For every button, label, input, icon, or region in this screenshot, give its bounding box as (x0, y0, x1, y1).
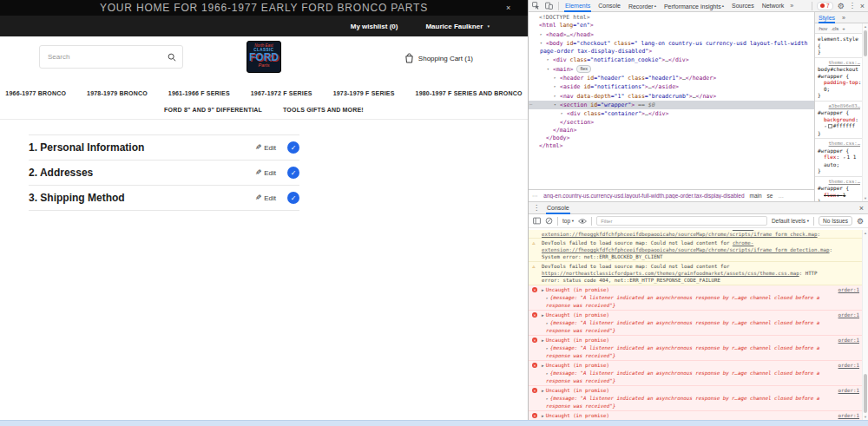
breadcrumb-item[interactable]: main (750, 193, 762, 199)
search-icon[interactable] (168, 53, 176, 62)
stylesheet-link[interactable]: theme.css:… (818, 141, 862, 147)
dom-tree-line[interactable]: </main> (529, 127, 814, 134)
collapse-arrow-icon[interactable]: ▾ (540, 39, 546, 47)
devtools-tab-recorder[interactable]: Recorder▴ (628, 0, 657, 12)
devtools-close-icon[interactable]: × (860, 2, 865, 10)
dom-tree-line[interactable]: ▸<nav data-depth="1" class="breadcrumb">… (529, 92, 814, 101)
dom-tree-line[interactable]: ▸<head>…</head> (529, 30, 814, 39)
devtools-tab-network[interactable]: Network (761, 0, 786, 12)
dom-tree-line[interactable]: <!DOCTYPE html> (529, 14, 814, 22)
nav-item[interactable]: 1973-1979 F SERIES (333, 90, 395, 96)
live-expression-eye-icon[interactable] (578, 218, 587, 225)
styles-scrollbar[interactable]: ▲ ▼ (862, 23, 868, 201)
edit-button[interactable]: ✎Edit (255, 143, 276, 152)
banner-close-icon[interactable]: × (506, 0, 511, 16)
color-swatch-icon[interactable] (828, 124, 832, 128)
dom-tree-line[interactable]: ▾<main>flex (529, 65, 814, 74)
style-property[interactable]: flex: ▸1 1 auto; (818, 154, 862, 167)
devtools-tab-performance-insights[interactable]: Performance insights▴ (663, 0, 725, 12)
store-logo[interactable]: North East CLASSIC FORD Parts (247, 41, 281, 73)
error-source-link[interactable]: order:1 (838, 362, 859, 369)
dom-tree-line[interactable]: </body> (529, 134, 814, 142)
dom-tree-line[interactable]: ▸<aside id="notifications">…</aside> (529, 82, 814, 91)
drawer-close-icon[interactable]: × (859, 204, 864, 213)
issues-button[interactable]: No Issues (819, 216, 852, 226)
style-property[interactable]: flex: 1 (818, 192, 862, 199)
collapse-arrow-icon[interactable]: ▾ (554, 101, 560, 108)
expand-arrow-icon[interactable]: ▸ (554, 74, 560, 82)
kebab-menu-icon[interactable]: ⋮ (849, 2, 856, 10)
shopping-cart-button[interactable]: Shopping Cart (1) (404, 53, 473, 63)
dom-tree-line[interactable]: ▸<div class="container">…</div> (529, 109, 814, 118)
tab-styles[interactable]: Styles (819, 12, 835, 23)
devtools-tab-sources[interactable]: Sources (731, 0, 755, 12)
styles-more-tabs[interactable]: » (842, 15, 845, 21)
styles-filter-chip[interactable]: :hov (818, 26, 827, 31)
edit-button[interactable]: ✎Edit (255, 193, 276, 202)
collapse-arrow-icon[interactable]: ▾ (547, 65, 553, 73)
rule-selector[interactable]: #wrapper { (818, 109, 862, 116)
scroll-down-icon[interactable]: ▼ (863, 196, 868, 200)
rule-selector[interactable]: #wrapper { (818, 185, 862, 192)
nav-item[interactable]: 1967-1972 F SERIES (251, 90, 312, 96)
error-source-link[interactable]: order:1 (838, 311, 859, 318)
expand-arrow-icon[interactable]: ▶ (542, 364, 544, 368)
error-source-link[interactable]: order:1 (838, 387, 859, 394)
expand-arrow-icon[interactable]: ▸ (546, 321, 549, 325)
scrollbar-thumb[interactable] (864, 30, 867, 56)
style-property[interactable]: padding-top: 0; (818, 79, 862, 92)
dom-tree-line[interactable]: ▸<header id="header" class="header1">…</… (529, 74, 814, 82)
source-map-link[interactable]: chrome-extension://fheoggkfdfchfphceeifd… (542, 230, 818, 237)
more-actions-icon[interactable]: ⋯ (529, 101, 532, 108)
stylesheet-link[interactable]: theme.css:… (818, 179, 862, 186)
rule-selector[interactable]: element.style { (818, 36, 862, 49)
devtools-tab-console[interactable]: Console (597, 0, 621, 12)
console-scrollbar[interactable]: ▲ ▼ (862, 230, 868, 420)
more-tabs-button[interactable]: » (790, 3, 793, 9)
expand-arrow-icon[interactable]: ▸ (825, 124, 827, 128)
expand-arrow-icon[interactable]: ▸ (540, 30, 546, 38)
drawer-kebab-icon[interactable]: ⋮ (533, 204, 540, 212)
nav-item[interactable]: 1978-1979 BRONCO (87, 90, 148, 96)
stylesheet-link[interactable]: theme.css:… (818, 60, 862, 67)
dom-tree-line[interactable]: <html lang="en"> (529, 22, 814, 29)
expand-arrow-icon[interactable]: ▸ (554, 92, 560, 100)
expand-arrow-icon[interactable]: ▸ (547, 56, 553, 63)
nav-item[interactable]: 1966-1977 BRONCO (5, 90, 66, 96)
scrollbar-thumb[interactable] (864, 374, 867, 413)
error-source-link[interactable]: order:1 (838, 412, 859, 419)
tab-console[interactable]: Console (546, 201, 570, 214)
styles-filter-chip[interactable]: .cls (831, 26, 838, 31)
dom-tree-line[interactable]: </html> (529, 142, 814, 150)
breadcrumb-body[interactable]: body#checkout.lang-en.country-us.currenc… (543, 193, 745, 199)
stylesheet-link[interactable]: a3be896e83… (818, 103, 862, 110)
edit-button[interactable]: ✎Edit (255, 168, 276, 177)
inspect-element-icon[interactable] (532, 2, 540, 10)
expand-arrow-icon[interactable]: ▶ (542, 338, 544, 343)
context-selector[interactable]: top ▾ (562, 218, 574, 224)
scroll-down-icon[interactable]: ▼ (863, 415, 868, 419)
console-settings-gear-icon[interactable]: ⚙ (857, 217, 864, 226)
rule-selector[interactable]: body#checkout #wrapper { (818, 66, 862, 79)
account-menu[interactable]: Maurice Faulkner ▾ (425, 23, 490, 30)
expand-arrow-icon[interactable]: ▶ (542, 288, 544, 292)
expand-arrow-icon[interactable]: ▶ (542, 389, 544, 393)
expand-arrow-icon[interactable]: ▸ (844, 155, 846, 160)
dom-tree-line[interactable]: </section> (529, 119, 814, 127)
breadcrumb-item[interactable]: se (767, 193, 773, 199)
expand-arrow-icon[interactable]: ▶ (542, 414, 544, 418)
style-property[interactable]: background: ▸#ffffff (818, 116, 862, 130)
clear-console-icon[interactable] (545, 217, 553, 225)
expand-arrow-icon[interactable]: ▶ (542, 313, 544, 318)
wishlist-link[interactable]: My wishlist (0) (351, 23, 398, 30)
error-source-link[interactable]: order:1 (838, 337, 859, 344)
scroll-up-icon[interactable]: ▲ (863, 24, 868, 29)
nav-item[interactable]: FORD 8" AND 9" DIFFERENTIAL (164, 107, 262, 113)
console-sidebar-icon[interactable] (533, 217, 541, 225)
nav-item[interactable]: 1980-1997 F SERIES AND BRONCO (416, 90, 523, 96)
expand-arrow-icon[interactable]: ▸ (561, 109, 567, 117)
devtools-tab-elements[interactable]: Elements (564, 0, 591, 12)
nav-item[interactable]: 1961-1966 F SERIES (168, 90, 230, 96)
device-toolbar-icon[interactable] (545, 2, 553, 10)
dom-tree-line[interactable]: ▸<div class="notification_cookie">…</div… (529, 56, 814, 64)
